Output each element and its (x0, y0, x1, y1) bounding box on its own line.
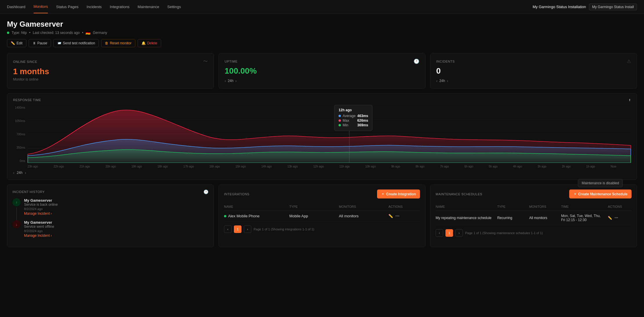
uptime-period: 24h (228, 79, 234, 83)
incident-2-time: 8/2/2024 ago (24, 229, 54, 233)
col-type: Type (289, 205, 336, 208)
incidents-prev-btn[interactable]: ‹ (436, 79, 438, 83)
incident-content-2: My Gameserver Service went offline 8/2/2… (24, 220, 54, 238)
navbar: Dashboard Monitors Status Pages Incident… (0, 0, 644, 14)
maintenance-page-1[interactable]: 1 (445, 229, 453, 237)
uptime-next-btn[interactable]: › (235, 79, 237, 83)
online-since-card: ONLINE SINCE 〜 1 months Monitor is onlin… (7, 53, 214, 89)
monitor-type: Type: http (12, 31, 27, 35)
create-integration-button[interactable]: ＋ Create Integration (377, 190, 420, 198)
maint-col-actions: Actions (608, 205, 632, 208)
response-time-chart (28, 105, 631, 163)
online-since-label: ONLINE SINCE 〜 (13, 59, 208, 65)
incidents-nav: ‹ 24h › (436, 79, 631, 83)
integration-monitors: All monitors (339, 214, 386, 218)
edit-integration-icon[interactable]: ✏️ (388, 214, 393, 218)
monitor-title: My Gameserver (7, 20, 637, 29)
chart-next-btn[interactable]: › (25, 170, 26, 175)
edit-button[interactable]: ✏️ Edit (7, 39, 26, 47)
manage-incident-2[interactable]: Manage Incident › (24, 234, 54, 238)
incident-history-card: INCIDENT HISTORY 🕐 ↑ My Gameserver Servi… (7, 185, 214, 247)
edit-icon: ✏️ (11, 41, 15, 45)
incident-history-header: INCIDENT HISTORY 🕐 (12, 190, 208, 194)
monitor-meta: Type: http • Last checked: 13 seconds ag… (7, 30, 637, 35)
y-label-3: 350ms (13, 146, 25, 149)
maint-name: My repeating maintenance schedule (436, 216, 495, 220)
delete-button[interactable]: 🔔 Delete (138, 39, 161, 47)
nav-settings[interactable]: Settings (167, 1, 181, 13)
incidents-label: INCIDENTS ⚠ (436, 59, 631, 64)
maint-col-type: Type (497, 205, 527, 208)
bottom-row: INCIDENT HISTORY 🕐 ↑ My Gameserver Servi… (7, 185, 637, 247)
nav-maintenance[interactable]: Maintenance (138, 1, 159, 13)
integrations-next-btn[interactable]: › (244, 225, 251, 233)
chart-prev-btn[interactable]: ‹ (13, 170, 14, 175)
incident-1-status: Service is back online (24, 203, 58, 207)
integrations-table-header: Name Type Monitors Actions (224, 203, 420, 211)
nav-incidents[interactable]: Incidents (87, 1, 102, 13)
nav-dashboard[interactable]: Dashboard (7, 1, 26, 13)
integrations-header: INTEGRATIONS ＋ Create Integration (224, 190, 420, 198)
maintenance-card: MAINTENANCE SCHEDULES Maintenance is dis… (430, 185, 637, 247)
delete-icon: 🔔 (141, 41, 146, 45)
integrations-title: INTEGRATIONS (224, 192, 250, 196)
send-test-notification-button[interactable]: 📨 Send test notification (53, 39, 99, 47)
incident-2-name: My Gameserver (24, 220, 54, 225)
incident-item-1: ↑ My Gameserver Service is back online 8… (12, 198, 208, 216)
maint-col-monitors: Monitors (529, 205, 559, 208)
nav-status-pages[interactable]: Status Pages (56, 1, 78, 13)
chart-export-icon[interactable]: ⬆ (628, 98, 631, 102)
incident-history-title: INCIDENT HISTORY (12, 190, 45, 194)
nav-integrations[interactable]: Integrations (110, 1, 130, 13)
integration-actions: ✏️ ••• (388, 214, 420, 218)
reset-monitor-button[interactable]: 🗑 Reset monitor (101, 39, 135, 47)
integration-row-1: Alex Mobile Phone Mobile App All monitor… (224, 211, 420, 221)
nav-links: Dashboard Monitors Status Pages Incident… (7, 0, 533, 13)
alert-icon: ⚠ (627, 59, 631, 64)
integrations-page-label: Page 1 of 1 (Showing integrations 1-1 of… (254, 227, 314, 231)
incident-content-1: My Gameserver Service is back online 8/2… (24, 198, 58, 216)
maintenance-row-1: My repeating maintenance schedule Recurr… (436, 211, 632, 225)
y-label-2: 700ms (13, 133, 25, 136)
action-bar: ✏️ Edit ⏸ Pause 📨 Send test notification… (7, 39, 637, 47)
maintenance-prev-btn[interactable]: ‹ (436, 229, 443, 237)
pulse-icon: 〜 (203, 59, 208, 65)
incident-history-icon: 🕐 (203, 190, 208, 194)
page-content: My Gameserver Type: http • Last checked:… (0, 14, 644, 253)
integration-name-cell: Alex Mobile Phone (224, 214, 287, 218)
maintenance-actions: ✏️ ••• (608, 216, 632, 220)
incident-item-2: ↓ My Gameserver Service went offline 8/2… (12, 220, 208, 238)
maintenance-header: MAINTENANCE SCHEDULES Maintenance is dis… (436, 190, 632, 198)
meta-sep2: • (82, 31, 83, 35)
uptime-prev-btn[interactable]: ‹ (225, 79, 226, 83)
maintenance-title: MAINTENANCE SCHEDULES (436, 192, 482, 196)
incidents-next-btn[interactable]: › (447, 79, 448, 83)
chart-label: RESPONSE TIME ⬆ (13, 98, 631, 102)
nav-right: My Garmingo Status Installation My Garmi… (533, 3, 637, 10)
create-maintenance-button[interactable]: ＋ Create Maintenance Schedule (569, 190, 632, 198)
incidents-value: 0 (436, 66, 631, 76)
status-dot (7, 32, 9, 34)
nav-monitors[interactable]: Monitors (34, 0, 48, 13)
integrations-card: INTEGRATIONS ＋ Create Integration Name T… (219, 185, 425, 247)
maintenance-next-btn[interactable]: › (455, 229, 463, 237)
installation-dropdown[interactable]: My Garmingo Status Install (589, 3, 637, 10)
more-integration-icon[interactable]: ••• (395, 214, 399, 218)
uptime-card: UPTIME 🕐 100.00% ‹ 24h › (219, 53, 425, 89)
maint-type: Recurring (497, 216, 527, 220)
more-maintenance-icon[interactable]: ••• (614, 216, 618, 220)
chart-time-nav: ‹ 24h › (13, 170, 631, 175)
incident-2-status: Service went offline (24, 225, 54, 229)
maint-time: Mon, Sat, Tue, Wed, Thu, Fri 12:15 - 12:… (561, 214, 605, 222)
pause-button[interactable]: ⏸ Pause (29, 39, 51, 47)
integrations-page-1[interactable]: 1 (234, 225, 241, 233)
y-label-1: 1050ms (13, 119, 25, 123)
integration-type: Mobile App (289, 214, 336, 218)
top-cards: ONLINE SINCE 〜 1 months Monitor is onlin… (7, 53, 637, 89)
manage-incident-1[interactable]: Manage Incident › (24, 212, 58, 216)
incident-1-time: 8/2/2024 ago (24, 207, 58, 211)
integrations-prev-btn[interactable]: ‹ (224, 225, 232, 233)
incident-icon-up: ↑ (12, 198, 21, 206)
col-name: Name (224, 205, 287, 208)
edit-maintenance-icon[interactable]: ✏️ (608, 216, 612, 220)
